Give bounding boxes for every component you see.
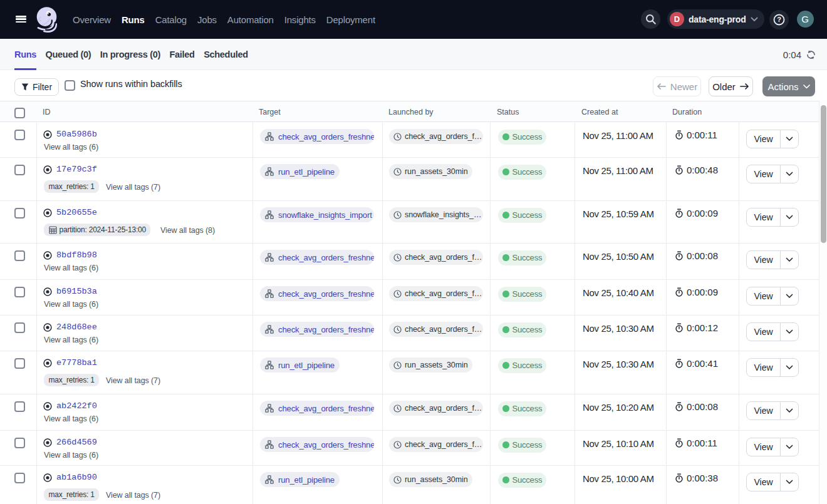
svg-text:?: ? — [777, 16, 781, 23]
